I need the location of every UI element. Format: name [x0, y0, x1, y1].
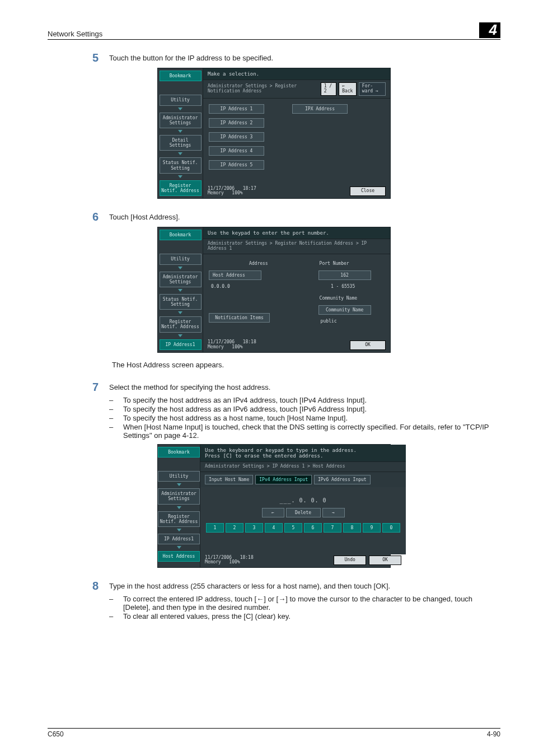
- keypad-4[interactable]: 4: [265, 523, 283, 533]
- ipx-address-button[interactable]: IPX Address: [292, 104, 348, 114]
- step-7-bullets: –To specify the host address as an IPv4 …: [109, 396, 500, 440]
- arrow-down-icon: [177, 483, 181, 486]
- memory-value: 100%: [232, 344, 242, 349]
- keypad-3[interactable]: 3: [245, 523, 263, 533]
- footer-page-number: 4-90: [487, 730, 500, 738]
- arrow-down-icon: [178, 334, 182, 337]
- keypad-0[interactable]: 0: [382, 523, 400, 533]
- ip-entry-field: ___. 0. 0. 0: [206, 489, 400, 508]
- keypad-6[interactable]: 6: [304, 523, 322, 533]
- step-7-number: 7: [92, 381, 109, 393]
- arrow-down-icon: [178, 289, 182, 292]
- sidebar-utility[interactable]: Utility: [160, 95, 202, 105]
- tab-host-name[interactable]: Input Host Name: [205, 475, 253, 484]
- memory-label: Memory: [205, 559, 221, 564]
- screenshot-host-address: Bookmark Utility Administrator Settings …: [157, 444, 391, 568]
- notification-items-button[interactable]: Notification Items: [209, 313, 270, 323]
- arrow-down-icon: [178, 311, 182, 314]
- page-indicator: 1 / 2: [321, 82, 336, 96]
- step-8-text: Type in the host address (255 characters…: [109, 580, 500, 590]
- sidebar-admin-settings[interactable]: Administrator Settings: [160, 113, 202, 128]
- panel1-breadcrumb: Administrator Settings > Register Notifi…: [208, 84, 321, 94]
- running-header: Network Settings: [48, 30, 102, 38]
- arrow-down-icon: [178, 130, 182, 133]
- tab-ipv6[interactable]: IPv6 Address Input: [314, 475, 371, 484]
- cursor-right-button[interactable]: →: [322, 508, 345, 517]
- sidebar-utility[interactable]: Utility: [160, 254, 202, 264]
- back-button[interactable]: ← Back: [339, 82, 357, 96]
- host-address-button[interactable]: Host Address: [209, 270, 261, 280]
- keypad-7[interactable]: 7: [324, 523, 341, 533]
- keypad-8[interactable]: 8: [343, 523, 361, 533]
- sidebar-ip-address1[interactable]: IP Address1: [160, 339, 202, 350]
- community-name-label: Community Name: [318, 295, 358, 302]
- arrow-down-icon: [178, 108, 182, 110]
- ip-address-1-button[interactable]: IP Address 1: [209, 104, 264, 114]
- close-button[interactable]: Close: [350, 186, 386, 196]
- bookmark-button[interactable]: Bookmark: [160, 230, 202, 240]
- sidebar-utility[interactable]: Utility: [158, 471, 200, 482]
- panel3-breadcrumb: Administrator Settings > IP Address 1 > …: [205, 464, 345, 469]
- memory-label: Memory: [208, 190, 224, 195]
- sidebar-admin-settings[interactable]: Administrator Settings: [160, 272, 202, 287]
- sidebar-register-notif[interactable]: Register Notif. Address: [160, 180, 202, 196]
- cursor-left-button[interactable]: ←: [262, 508, 284, 517]
- ip-address-2-button[interactable]: IP Address 2: [209, 118, 264, 128]
- arrow-down-icon: [178, 267, 182, 269]
- community-name-value: public: [318, 318, 339, 324]
- memory-value: 100%: [232, 190, 242, 195]
- keypad-9[interactable]: 9: [363, 523, 381, 533]
- ok-button[interactable]: OK: [369, 556, 401, 565]
- sidebar-detail-settings[interactable]: Detail Settings: [160, 135, 202, 151]
- bookmark-button[interactable]: Bookmark: [160, 71, 202, 81]
- step-8-number: 8: [92, 580, 109, 591]
- panel2-date: 11/17/2006: [208, 339, 235, 344]
- panel2-instruction: Use the keypad to enter the port number.: [203, 227, 390, 239]
- arrow-down-icon: [178, 152, 182, 155]
- ip-address-3-button[interactable]: IP Address 3: [209, 132, 264, 142]
- memory-label: Memory: [208, 344, 224, 349]
- port-value: 162: [318, 270, 371, 280]
- sidebar-register-notif[interactable]: Register Notif. Address: [158, 511, 200, 527]
- community-name-button[interactable]: Community Name: [318, 305, 371, 315]
- panel3-time: 18:18: [240, 555, 254, 560]
- ip-address-5-button[interactable]: IP Address 5: [209, 160, 264, 170]
- delete-button[interactable]: Delete: [286, 508, 321, 517]
- panel3-instruction: Use the keyboard or keypad to type in th…: [200, 445, 406, 462]
- arrow-down-icon: [178, 175, 182, 178]
- keypad-5[interactable]: 5: [284, 523, 302, 533]
- panel1-instruction: Make a selection.: [203, 68, 390, 80]
- sidebar-admin-settings[interactable]: Administrator Settings: [158, 488, 200, 504]
- footer-model: C650: [48, 730, 64, 738]
- bookmark-button[interactable]: Bookmark: [158, 447, 200, 458]
- ok-button[interactable]: OK: [350, 340, 386, 350]
- arrow-down-icon: [177, 529, 181, 531]
- step-5-number: 5: [92, 52, 109, 63]
- sidebar-ip-address1[interactable]: IP Address1: [158, 534, 200, 544]
- panel1-time: 18:17: [243, 186, 256, 191]
- port-range: 1 - 65535: [318, 283, 368, 290]
- step-5-text: Touch the button for the IP address to b…: [109, 52, 500, 62]
- keypad-1[interactable]: 1: [206, 523, 224, 533]
- sidebar-status-notif[interactable]: Status Notif. Setting: [160, 294, 202, 310]
- panel2-breadcrumb: Administrator Settings > Register Notifi…: [208, 241, 386, 251]
- step-6-text: Touch [Host Address].: [109, 211, 500, 221]
- tab-ipv4[interactable]: IPv4 Address Input: [255, 475, 312, 484]
- undo-button[interactable]: Undo: [334, 556, 366, 565]
- screenshot-register-notif-address: Bookmark Utility Administrator Settings …: [157, 68, 391, 199]
- screenshot-ip-address-1: Bookmark Utility Administrator Settings …: [157, 227, 391, 353]
- sidebar-register-notif[interactable]: Register Notif. Address: [160, 316, 202, 332]
- panel1-date: 11/17/2006: [208, 186, 235, 191]
- forward-button[interactable]: For- ward →: [359, 82, 386, 96]
- step6-followup: The Host Address screen appears.: [112, 361, 500, 369]
- sidebar-status-notif[interactable]: Status Notif. Setting: [160, 157, 202, 173]
- panel2-time: 18:18: [243, 339, 256, 344]
- arrow-down-icon: [177, 506, 181, 509]
- step-6-number: 6: [92, 211, 109, 222]
- ip-address-4-button[interactable]: IP Address 4: [209, 146, 264, 156]
- address-section-label: Address: [209, 260, 308, 267]
- arrow-down-icon: [177, 546, 181, 549]
- memory-value: 100%: [229, 559, 240, 564]
- sidebar-host-address[interactable]: Host Address: [158, 551, 200, 562]
- keypad-2[interactable]: 2: [226, 523, 243, 533]
